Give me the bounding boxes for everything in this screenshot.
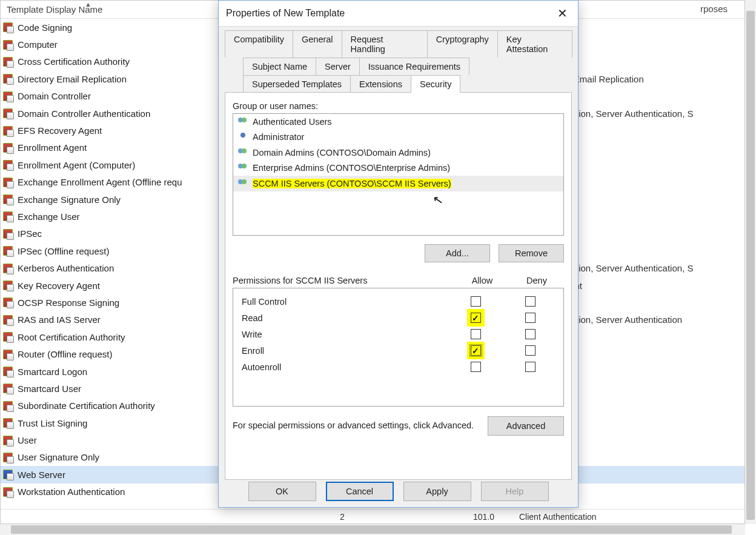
group-item[interactable]: Administrator xyxy=(233,130,563,145)
template-icon xyxy=(3,487,13,497)
vertical-scrollbar[interactable] xyxy=(745,0,756,524)
apply-button[interactable]: Apply xyxy=(403,482,471,501)
allow-checkbox[interactable] xyxy=(471,313,481,323)
purpose-fragment: entication, Server Authentication xyxy=(552,311,734,328)
group-listbox[interactable]: Authenticated UsersAdministratorDomain A… xyxy=(233,113,564,236)
purpose-fragment xyxy=(552,36,734,53)
dialog-titlebar[interactable]: Properties of New Template ✕ xyxy=(219,1,578,26)
user-icon xyxy=(238,133,249,141)
purpose-fragment xyxy=(552,328,734,345)
tab-security[interactable]: Security xyxy=(411,75,460,93)
permission-row: Read xyxy=(239,310,557,326)
tab-superseded-templates[interactable]: Superseded Templates xyxy=(243,75,351,93)
permission-name: Enroll xyxy=(239,346,448,356)
template-icon xyxy=(3,315,13,325)
allow-checkbox[interactable] xyxy=(471,345,481,356)
deny-checkbox[interactable] xyxy=(525,329,536,339)
group-item-label: Authenticated Users xyxy=(253,117,332,127)
tab-request-handling[interactable]: Request Handling xyxy=(342,30,428,58)
deny-checkbox[interactable] xyxy=(525,362,536,372)
group-icon xyxy=(238,148,249,157)
template-name: EFS Recovery Agent xyxy=(18,125,224,136)
horizontal-scrollbar[interactable] xyxy=(0,524,745,535)
tab-subject-name[interactable]: Subject Name xyxy=(243,58,316,75)
template-icon xyxy=(3,229,13,239)
deny-checkbox[interactable] xyxy=(525,313,536,323)
purpose-fragment xyxy=(552,466,734,483)
group-icon xyxy=(238,179,249,188)
group-item-label: SCCM IIS Servers (CONTOSO\SCCM IIS Serve… xyxy=(253,179,451,188)
template-name: Enrollment Agent xyxy=(18,142,224,153)
deny-checkbox[interactable] xyxy=(525,296,536,307)
permission-name: Autoenroll xyxy=(239,362,448,372)
template-icon xyxy=(3,350,13,359)
vertical-scrollbar-thumb[interactable] xyxy=(746,11,755,520)
purpose-fragment xyxy=(552,414,734,431)
ok-button[interactable]: OK xyxy=(248,482,316,501)
status-value-1: 2 xyxy=(340,512,345,522)
allow-checkbox[interactable] xyxy=(471,362,481,372)
permission-row: Full Control xyxy=(239,293,557,310)
deny-checkbox[interactable] xyxy=(525,345,536,356)
help-button[interactable]: Help xyxy=(481,482,549,501)
purpose-fragment: rvice Email Replication xyxy=(552,70,734,87)
tab-cryptography[interactable]: Cryptography xyxy=(427,30,498,58)
template-name: Workstation Authentication xyxy=(18,487,224,497)
group-item[interactable]: SCCM IIS Servers (CONTOSO\SCCM IIS Serve… xyxy=(233,176,563,191)
sort-ascending-icon: ▲ xyxy=(85,1,91,8)
template-name: Web Server xyxy=(18,470,224,480)
remove-button[interactable]: Remove xyxy=(499,244,564,262)
template-icon xyxy=(3,160,13,170)
template-name: Domain Controller xyxy=(18,91,224,101)
group-item[interactable]: Enterprise Admins (CONTOSO\Enterprise Ad… xyxy=(233,161,563,176)
permission-row: Enroll xyxy=(239,342,557,359)
allow-checkbox[interactable] xyxy=(471,296,481,307)
template-name: User xyxy=(18,435,224,445)
deny-column-header: Deny xyxy=(509,276,564,285)
group-item[interactable]: Domain Admins (CONTOSO\Domain Admins) xyxy=(233,145,563,161)
tab-extensions[interactable]: Extensions xyxy=(350,75,411,93)
tab-general[interactable]: General xyxy=(293,30,342,58)
template-icon xyxy=(3,126,13,136)
template-name: User Signature Only xyxy=(18,452,224,462)
tab-issuance-requirements[interactable]: Issuance Requirements xyxy=(359,58,469,75)
purpose-fragment: g xyxy=(552,294,734,311)
template-icon xyxy=(3,194,13,204)
dialog-tabs: CompatibilityGeneralRequest HandlingCryp… xyxy=(225,30,572,93)
allow-column-header: Allow xyxy=(455,276,509,285)
tab-server[interactable]: Server xyxy=(316,58,360,75)
purpose-fragment: entication, Server Authentication, S xyxy=(552,105,734,122)
group-item-label: Domain Admins (CONTOSO\Domain Admins) xyxy=(253,148,431,158)
allow-checkbox[interactable] xyxy=(471,329,481,339)
template-name: Smartcard User xyxy=(18,384,224,394)
close-icon[interactable]: ✕ xyxy=(554,5,571,22)
template-icon xyxy=(3,57,13,67)
purpose-fragment xyxy=(552,483,734,500)
purpose-fragment xyxy=(552,122,734,139)
permission-row: Autoenroll xyxy=(239,359,557,375)
template-icon xyxy=(3,246,13,256)
tab-compatibility[interactable]: Compatibility xyxy=(225,30,293,58)
purpose-fragment: entication, Server Authentication, S xyxy=(552,259,734,276)
purpose-fragment xyxy=(552,53,734,70)
add-button[interactable]: Add... xyxy=(425,244,490,262)
template-name: Smartcard Logon xyxy=(18,367,224,377)
cancel-button[interactable]: Cancel xyxy=(326,482,394,501)
template-icon xyxy=(3,143,13,153)
group-item-label: Administrator xyxy=(253,132,304,142)
properties-dialog: Properties of New Template ✕ Compatibili… xyxy=(218,0,579,508)
horizontal-scrollbar-thumb[interactable] xyxy=(11,525,732,534)
permission-name: Read xyxy=(239,313,448,323)
permission-row: Write xyxy=(239,326,557,342)
template-name: Domain Controller Authentication xyxy=(18,108,224,119)
advanced-hint-text: For special permissions or advanced sett… xyxy=(233,420,478,432)
purpose-fragment xyxy=(552,208,734,225)
tab-key-attestation[interactable]: Key Attestation xyxy=(497,30,572,58)
advanced-button[interactable]: Advanced xyxy=(488,416,564,436)
permissions-title: Permissions for SCCM IIS Servers xyxy=(233,276,455,285)
col-template-name[interactable]: Template Display Name ▲ xyxy=(3,2,221,17)
template-icon xyxy=(3,91,13,101)
template-name: IPSec (Offline request) xyxy=(18,246,224,256)
template-name: Directory Email Replication xyxy=(18,74,224,84)
group-item[interactable]: Authenticated Users xyxy=(233,114,563,130)
